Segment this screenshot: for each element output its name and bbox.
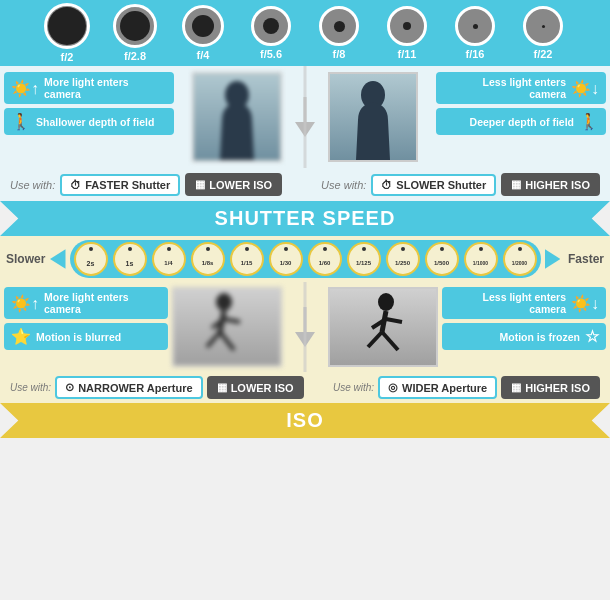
speed-1-4: 1/4 — [150, 242, 188, 276]
aperture-circle-f2 — [44, 3, 90, 49]
wider-aperture-badge: ◎ WIDER Aperture — [378, 376, 497, 399]
aperture-label-f11: f/11 — [398, 48, 417, 60]
aperture-less-light-text: Less light enters camera — [443, 76, 566, 100]
speed-1-1000: 1/1000 — [462, 242, 500, 276]
aperture-circle-f22 — [523, 6, 563, 46]
shutter-more-light-text: More light enters camera — [44, 291, 161, 315]
shutter-right-info: ☀️↓ Less light enters camera ☆ Motion is… — [442, 287, 606, 367]
svg-line-17 — [382, 332, 398, 350]
narrower-aperture-text: NARROWER Aperture — [78, 382, 193, 394]
lower-iso-badge-shutter: ▦ LOWER ISO — [207, 376, 304, 399]
aperture-wide-icon: ◎ — [388, 381, 398, 394]
person-deep-icon: 🚶 — [579, 112, 599, 131]
runner-blurred — [172, 287, 282, 367]
shutter-use-with-row: Use with: ⊙ NARROWER Aperture ▦ LOWER IS… — [0, 372, 610, 403]
svg-line-9 — [220, 332, 234, 350]
shutter-more-light-box: ☀️↑ More light enters camera — [4, 287, 168, 319]
aperture-circles-row: f/2 f/2.8 f/4 f/5.6 f/8 f/11 — [0, 0, 610, 66]
speed-label-1-30: 1/30 — [280, 260, 292, 266]
shutter-use-left-label: Use with: — [10, 382, 51, 393]
speed-label-1-1000: 1/1000 — [473, 260, 488, 266]
shutter-motion-frozen-text: Motion is frozen — [500, 331, 581, 343]
aperture-label-f28: f/2.8 — [124, 50, 146, 62]
svg-line-16 — [368, 332, 382, 347]
shutter-speed-header: SHUTTER SPEED — [0, 201, 610, 236]
aperture-item-f28: f/2.8 — [101, 4, 169, 62]
speed-circle-1-250: 1/250 — [386, 242, 420, 276]
lower-iso-text-aperture: LOWER ISO — [209, 179, 272, 191]
aperture-deep-text: Deeper depth of field — [470, 116, 574, 128]
sun-down-icon-shutter: ☀️↓ — [571, 294, 599, 313]
blur-icon: ⭐ — [11, 327, 31, 346]
runner-sharp — [328, 287, 438, 367]
slower-shutter-text: SLOWER Shutter — [396, 179, 486, 191]
shutter-motion-blur-text: Motion is blurred — [36, 331, 121, 343]
aperture-right-info: ☀️↓ Less light enters camera 🚶 Deeper de… — [436, 72, 606, 162]
iso-header: ISO — [0, 403, 610, 438]
svg-line-8 — [207, 332, 220, 347]
aperture-less-light-box: ☀️↓ Less light enters camera — [436, 72, 606, 104]
aperture-more-light-box: ☀️↑ More light enters camera — [4, 72, 174, 104]
portrait-sharp — [328, 72, 418, 162]
aperture-use-with-row: Use with: ⏱ FASTER Shutter ▦ LOWER ISO U… — [0, 168, 610, 201]
clock-icon: ⏱ — [70, 179, 81, 191]
speed-1-250: 1/250 — [384, 242, 422, 276]
aperture-use-right-label: Use with: — [321, 179, 366, 191]
svg-marker-4 — [50, 249, 66, 268]
higher-iso-text-aperture: HIGHER ISO — [525, 179, 590, 191]
speed-circle-1-1000: 1/1000 — [464, 242, 498, 276]
speed-label-1-15: 1/15 — [241, 260, 253, 266]
shutter-speed-title: SHUTTER SPEED — [215, 207, 396, 229]
speed-circle-1-2000: 1/2000 — [503, 242, 537, 276]
shutter-info-row: ☀️↑ More light enters camera ⭐ Motion is… — [0, 282, 610, 372]
shutter-speeds-row: 2s 1s 1/4 1/8s 1/15 1/30 — [70, 240, 541, 278]
aperture-use-left-label: Use with: — [10, 179, 55, 191]
aperture-label-f2: f/2 — [61, 51, 74, 63]
portrait-blurred-svg — [212, 80, 262, 160]
right-arrow-icon — [545, 247, 561, 271]
aperture-item-f11: f/11 — [373, 6, 441, 60]
speed-label-2s: 2s — [87, 260, 95, 267]
faster-shutter-text: FASTER Shutter — [85, 179, 170, 191]
aperture-circle-f28 — [113, 4, 157, 48]
lower-iso-text-shutter: LOWER ISO — [231, 382, 294, 394]
speed-label-1-500: 1/500 — [434, 260, 449, 266]
shutter-frozen-box: ☆ Motion is frozen — [442, 323, 606, 350]
speed-2s: 2s — [72, 242, 110, 276]
aperture-circle-f11 — [387, 6, 427, 46]
aperture-more-light-text: More light enters camera — [44, 76, 167, 100]
speed-circle-1-15: 1/15 — [230, 242, 264, 276]
shutter-arrow-row: Slower 2s 1s 1/4 1/8s 1/15 — [0, 236, 610, 282]
speed-1-8: 1/8s — [189, 242, 227, 276]
speed-label-1-4: 1/4 — [164, 260, 172, 266]
aperture-shallow-dof-box: 🚶 Shallower depth of field — [4, 108, 174, 135]
aperture-label-f4: f/4 — [197, 49, 210, 61]
speed-label-1-60: 1/60 — [319, 260, 331, 266]
svg-point-14 — [378, 293, 394, 311]
aperture-left-info: ☀️↑ More light enters camera 🚶 Shallower… — [4, 72, 174, 162]
aperture-use-left: Use with: ⏱ FASTER Shutter ▦ LOWER ISO — [10, 173, 282, 196]
higher-iso-text-shutter: HIGHER ISO — [525, 382, 590, 394]
speed-circle-1-60: 1/60 — [308, 242, 342, 276]
aperture-circle-f16 — [455, 6, 495, 46]
speed-label-1-250: 1/250 — [395, 260, 410, 266]
aperture-circle-f56 — [251, 6, 291, 46]
shutter-use-right-label: Use with: — [333, 382, 374, 393]
shutter-center-divider — [304, 282, 307, 372]
speed-1s: 1s — [111, 242, 149, 276]
aperture-item-f8: f/8 — [305, 6, 373, 60]
aperture-item-f22: f/22 — [509, 6, 577, 60]
speed-label-1-8: 1/8s — [202, 260, 214, 266]
speed-circle-1-500: 1/500 — [425, 242, 459, 276]
aperture-use-right: Use with: ⏱ SLOWER Shutter ▦ HIGHER ISO — [321, 173, 600, 196]
aperture-info-row: ☀️↑ More light enters camera 🚶 Shallower… — [0, 66, 610, 168]
aperture-item-f56: f/5.6 — [237, 6, 305, 60]
shutter-use-right: Use with: ◎ WIDER Aperture ▦ HIGHER ISO — [333, 376, 600, 399]
sun-down-icon: ☀️↓ — [571, 79, 599, 98]
lower-iso-badge-aperture: ▦ LOWER ISO — [185, 173, 282, 196]
sun-up-icon: ☀️↑ — [11, 79, 39, 98]
person-shallow-icon: 🚶 — [11, 112, 31, 131]
speed-1-30: 1/30 — [267, 242, 305, 276]
shutter-use-left: Use with: ⊙ NARROWER Aperture ▦ LOWER IS… — [10, 376, 304, 399]
freeze-icon: ☆ — [585, 327, 599, 346]
